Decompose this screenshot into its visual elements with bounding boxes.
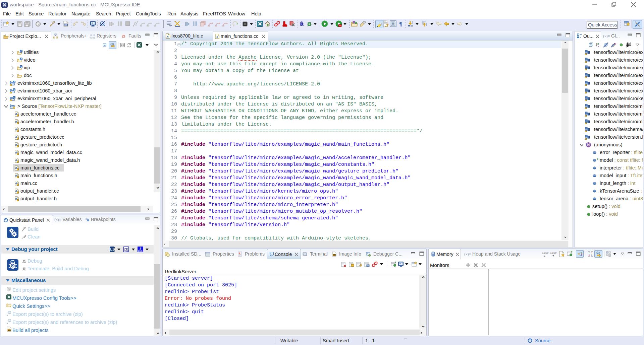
svg-text:.c: .c bbox=[166, 35, 169, 38]
svg-text:010: 010 bbox=[333, 254, 336, 256]
svg-text:z: z bbox=[598, 45, 599, 48]
svg-text:N: N bbox=[587, 143, 590, 147]
svg-text:.c: .c bbox=[216, 35, 218, 39]
svg-text:1010: 1010 bbox=[550, 251, 556, 254]
svg-text:010: 010 bbox=[8, 329, 11, 332]
svg-text:Link: Link bbox=[138, 250, 143, 252]
svg-text:PE: PE bbox=[124, 248, 128, 251]
svg-text:1010: 1010 bbox=[542, 251, 548, 254]
svg-text:¶: ¶ bbox=[399, 21, 402, 27]
svg-text:LS: LS bbox=[110, 247, 115, 251]
svg-text:010: 010 bbox=[64, 24, 68, 26]
